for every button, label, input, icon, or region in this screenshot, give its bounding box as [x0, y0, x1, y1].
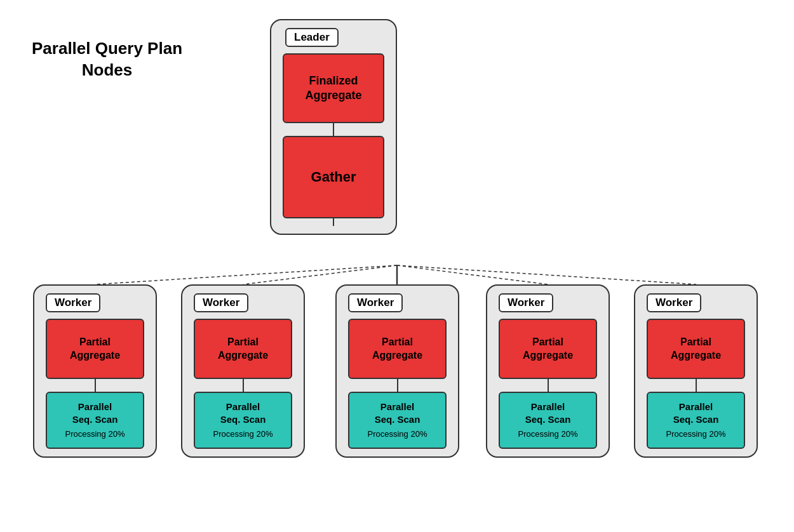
worker-container-4: Worker PartialAggregate ParallelSeq. Sca… [486, 284, 610, 458]
worker-label-2: Worker [194, 293, 248, 312]
worker-container-center: Worker PartialAggregate ParallelSeq. Sca… [335, 284, 459, 458]
leader-label: Leader [285, 28, 339, 47]
connector-center-1 [397, 379, 398, 392]
processing-label-2: Processing 20% [213, 429, 273, 440]
connector-2 [243, 379, 244, 392]
seq-scan-center: ParallelSeq. Scan Processing 20% [348, 392, 447, 449]
processing-label-4: Processing 20% [518, 429, 578, 440]
processing-label-1: Processing 20% [65, 429, 125, 440]
svg-line-0 [95, 265, 397, 284]
seq-scan-2: ParallelSeq. Scan Processing 20% [194, 392, 292, 449]
partial-aggregate-1: PartialAggregate [46, 319, 144, 379]
partial-aggregate-5: PartialAggregate [647, 319, 745, 379]
connector-4 [548, 379, 549, 392]
connector-gather-bottom [333, 218, 334, 226]
worker-label-5: Worker [647, 293, 701, 312]
gather-node: Gather [283, 136, 384, 218]
seq-scan-4: ParallelSeq. Scan Processing 20% [499, 392, 597, 449]
worker-container-1: Worker PartialAggregate ParallelSeq. Sca… [33, 284, 157, 458]
worker-label-1: Worker [46, 293, 100, 312]
seq-scan-1: ParallelSeq. Scan Processing 20% [46, 392, 144, 449]
partial-aggregate-4: PartialAggregate [499, 319, 597, 379]
connector-5 [696, 379, 697, 392]
partial-aggregate-2: PartialAggregate [194, 319, 292, 379]
partial-aggregate-center: PartialAggregate [348, 319, 447, 379]
svg-line-3 [397, 265, 696, 284]
worker-container-5: Worker PartialAggregate ParallelSeq. Sca… [634, 284, 758, 458]
svg-line-1 [243, 265, 397, 284]
connector-1 [95, 379, 96, 392]
worker-label-center: Worker [348, 293, 403, 312]
finalized-aggregate-node: FinalizedAggregate [283, 53, 384, 123]
leader-container: Leader FinalizedAggregate Gather [270, 19, 397, 235]
worker-container-2: Worker PartialAggregate ParallelSeq. Sca… [181, 284, 305, 458]
worker-label-4: Worker [499, 293, 553, 312]
seq-scan-5: ParallelSeq. Scan Processing 20% [647, 392, 745, 449]
page-title: Parallel Query Plan Nodes [32, 38, 182, 81]
connector-finalized-gather [333, 123, 334, 136]
processing-label-5: Processing 20% [666, 429, 726, 440]
processing-label-center: Processing 20% [368, 429, 427, 440]
svg-line-2 [397, 265, 548, 284]
